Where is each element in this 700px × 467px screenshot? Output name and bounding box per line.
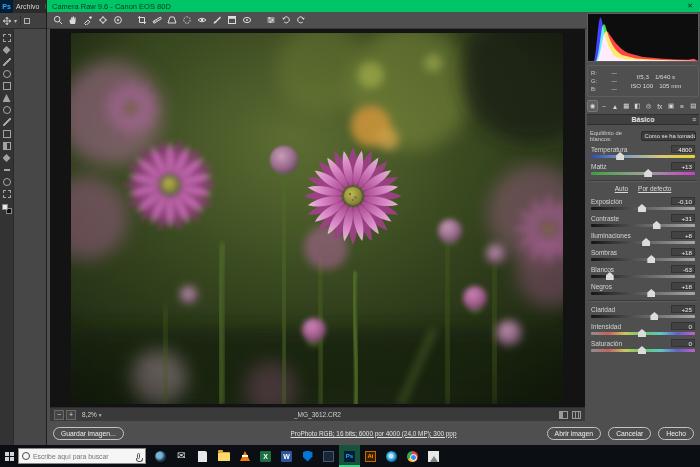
- color-sampler-tool-icon[interactable]: [97, 14, 109, 26]
- taskbar-defender-icon[interactable]: [297, 445, 318, 467]
- image-preview-area[interactable]: [50, 29, 585, 407]
- taskbar-word-icon[interactable]: W: [276, 445, 297, 467]
- zoom-level-select[interactable]: 8,2%: [82, 411, 97, 418]
- taskbar-cortana-circle-icon[interactable]: [150, 445, 171, 467]
- slider-thumb[interactable]: [647, 255, 655, 263]
- tab-detail[interactable]: ▲: [609, 100, 620, 112]
- move-tool-icon[interactable]: [3, 46, 11, 54]
- tab-hsl-grayscale[interactable]: ▦: [621, 100, 632, 112]
- slider-value-field[interactable]: -63: [671, 265, 695, 273]
- tab-split-toning[interactable]: ◧: [632, 100, 643, 112]
- slider-thumb[interactable]: [638, 329, 646, 337]
- microphone-icon[interactable]: [137, 453, 140, 459]
- slider-thumb[interactable]: [606, 272, 614, 280]
- slider-track[interactable]: [591, 155, 695, 158]
- healing-brush-tool-icon[interactable]: [3, 106, 11, 114]
- rotate-right-icon[interactable]: [295, 14, 307, 26]
- dropdown-caret-icon[interactable]: ▾: [14, 17, 17, 24]
- pen-tool-icon[interactable]: [3, 154, 11, 162]
- tab-presets[interactable]: ≡: [677, 100, 688, 112]
- menu-archivo[interactable]: Archivo: [13, 3, 42, 10]
- slider-value-field[interactable]: 4800: [671, 145, 695, 153]
- zoom-tool-icon[interactable]: [3, 190, 11, 198]
- taskbar-adobe-app-icon[interactable]: [318, 445, 339, 467]
- foreground-color-swatch[interactable]: [2, 204, 8, 210]
- slider-track[interactable]: [591, 241, 695, 244]
- crop-tool-icon[interactable]: [136, 14, 148, 26]
- rotate-left-icon[interactable]: [280, 14, 292, 26]
- straighten-tool-icon[interactable]: [151, 14, 163, 26]
- auto-link[interactable]: Auto: [615, 185, 628, 194]
- slider-thumb[interactable]: [647, 289, 655, 297]
- brush-tool-icon[interactable]: [3, 118, 11, 126]
- taskbar-chrome-icon[interactable]: [402, 445, 423, 467]
- tab-tone-curve[interactable]: ~: [598, 100, 609, 112]
- slider-track[interactable]: [591, 258, 695, 261]
- slider-track[interactable]: [591, 349, 695, 352]
- transform-tool-icon[interactable]: [166, 14, 178, 26]
- taskbar-edge-icon[interactable]: [381, 445, 402, 467]
- slider-track[interactable]: [591, 172, 695, 175]
- gradient-tool-icon[interactable]: [3, 142, 11, 150]
- slider-thumb[interactable]: [650, 312, 658, 320]
- photo-canvas[interactable]: [71, 33, 563, 404]
- slider-track[interactable]: [591, 207, 695, 210]
- chevron-down-icon[interactable]: ▾: [99, 412, 102, 418]
- red-eye-removal-tool-icon[interactable]: [196, 14, 208, 26]
- taskbar-search-box[interactable]: [18, 448, 146, 464]
- slider-track[interactable]: [591, 224, 695, 227]
- tab-basic[interactable]: ◉: [587, 100, 598, 112]
- slider-thumb[interactable]: [638, 204, 646, 212]
- slider-value-field[interactable]: +13: [671, 162, 695, 170]
- default-link[interactable]: Por defecto: [638, 185, 671, 194]
- taskbar-mail-icon[interactable]: ✉: [171, 445, 192, 467]
- panel-menu-icon[interactable]: ≡: [692, 116, 696, 123]
- search-input[interactable]: [33, 453, 134, 460]
- workflow-options-link[interactable]: ProPhoto RGB; 16 bits; 6000 por 4000 (24…: [291, 430, 457, 437]
- before-after-preview-icon[interactable]: [559, 411, 568, 419]
- hand-tool-icon[interactable]: [67, 14, 79, 26]
- crop-tool-icon[interactable]: [3, 82, 11, 90]
- zoom-tool-icon[interactable]: [52, 14, 64, 26]
- slider-value-field[interactable]: -0,10: [671, 197, 695, 205]
- slider-value-field[interactable]: +18: [671, 282, 695, 290]
- white-balance-tool-icon[interactable]: [82, 14, 94, 26]
- slider-track[interactable]: [591, 332, 695, 335]
- close-icon[interactable]: ✕: [685, 2, 695, 10]
- slider-value-field[interactable]: +31: [671, 214, 695, 222]
- start-button[interactable]: [0, 445, 18, 467]
- slider-value-field[interactable]: +8: [671, 231, 695, 239]
- slider-thumb[interactable]: [638, 346, 646, 354]
- white-balance-select[interactable]: Como se ha tomado ▾: [641, 131, 696, 141]
- tab-snapshots[interactable]: ▤: [688, 100, 699, 112]
- zoom-out-button[interactable]: −: [54, 410, 64, 420]
- preferences-icon[interactable]: [265, 14, 277, 26]
- lasso-tool-icon[interactable]: [3, 58, 11, 66]
- taskbar-file-explorer-icon[interactable]: [213, 445, 234, 467]
- taskbar-vlc-icon[interactable]: [234, 445, 255, 467]
- clone-stamp-tool-icon[interactable]: [3, 130, 11, 138]
- spot-removal-tool-icon[interactable]: [181, 14, 193, 26]
- taskbar-document-icon[interactable]: [192, 445, 213, 467]
- checkbox-icon[interactable]: [24, 18, 30, 24]
- save-image-button[interactable]: Guardar imagen...: [53, 427, 124, 440]
- taskbar-illustrator-icon[interactable]: Ai: [360, 445, 381, 467]
- tab-camera-calibration[interactable]: ▣: [665, 100, 676, 112]
- hand-tool-icon[interactable]: [3, 178, 11, 186]
- slider-track[interactable]: [591, 275, 695, 278]
- taskbar-photos-icon[interactable]: [423, 445, 444, 467]
- taskbar-excel-icon[interactable]: X: [255, 445, 276, 467]
- slider-thumb[interactable]: [653, 221, 661, 229]
- targeted-adjustment-tool-icon[interactable]: [112, 14, 124, 26]
- tab-effects[interactable]: fx: [654, 100, 665, 112]
- slider-value-field[interactable]: +25: [671, 305, 695, 313]
- slider-thumb[interactable]: [616, 152, 624, 160]
- graduated-filter-tool-icon[interactable]: [226, 14, 238, 26]
- marquee-tool-icon[interactable]: [3, 34, 11, 42]
- slider-thumb[interactable]: [642, 238, 650, 246]
- slider-thumb[interactable]: [644, 169, 652, 177]
- type-tool-icon[interactable]: [3, 166, 11, 174]
- slider-track[interactable]: [591, 315, 695, 318]
- tab-lens-corrections[interactable]: ◎: [643, 100, 654, 112]
- magic-wand-tool-icon[interactable]: [3, 70, 11, 78]
